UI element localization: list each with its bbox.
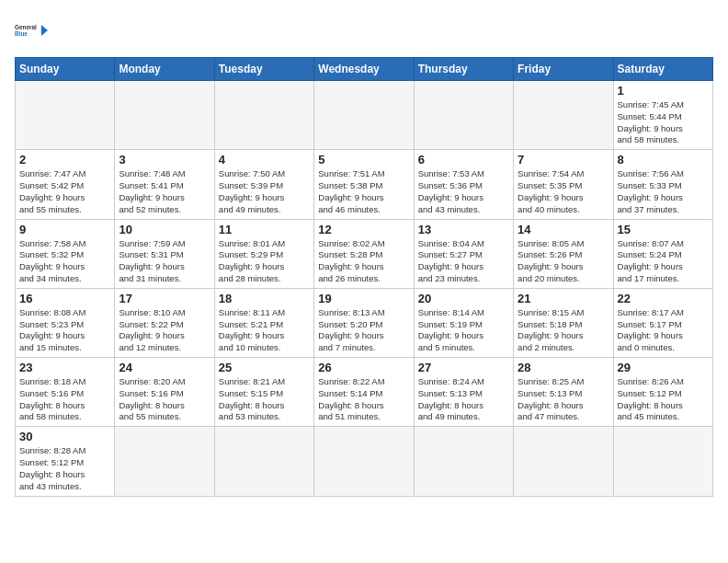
calendar-cell [214, 427, 313, 496]
calendar-cell [314, 427, 414, 496]
calendar-cell: 7Sunrise: 7:54 AM Sunset: 5:35 PM Daylig… [514, 150, 613, 219]
day-number: 2 [19, 153, 110, 167]
calendar-cell: 15Sunrise: 8:07 AM Sunset: 5:24 PM Dayli… [613, 219, 712, 288]
calendar-cell: 17Sunrise: 8:10 AM Sunset: 5:22 PM Dayli… [115, 288, 214, 357]
day-info: Sunrise: 8:28 AM Sunset: 5:12 PM Dayligh… [19, 445, 110, 492]
day-info: Sunrise: 7:50 AM Sunset: 5:39 PM Dayligh… [219, 168, 310, 215]
calendar-cell [214, 81, 313, 150]
calendar-cell: 19Sunrise: 8:13 AM Sunset: 5:20 PM Dayli… [314, 288, 414, 357]
weekday-header-sunday: Sunday [16, 58, 115, 81]
day-info: Sunrise: 8:08 AM Sunset: 5:23 PM Dayligh… [19, 307, 110, 354]
day-number: 21 [518, 292, 609, 305]
day-number: 13 [418, 223, 509, 236]
day-info: Sunrise: 7:45 AM Sunset: 5:44 PM Dayligh… [618, 99, 709, 146]
calendar-cell [613, 427, 712, 496]
day-number: 28 [518, 361, 609, 374]
day-number: 9 [19, 223, 110, 236]
svg-text:Blue: Blue [15, 30, 28, 37]
day-info: Sunrise: 7:58 AM Sunset: 5:32 PM Dayligh… [19, 238, 110, 285]
day-number: 27 [418, 361, 509, 374]
day-number: 17 [119, 292, 210, 305]
day-number: 7 [518, 153, 609, 167]
calendar-week-row: 23Sunrise: 8:18 AM Sunset: 5:16 PM Dayli… [16, 358, 713, 427]
day-number: 11 [219, 223, 310, 236]
svg-marker-2 [41, 25, 48, 36]
day-info: Sunrise: 8:05 AM Sunset: 5:26 PM Dayligh… [518, 238, 609, 285]
day-info: Sunrise: 7:59 AM Sunset: 5:31 PM Dayligh… [119, 238, 210, 285]
day-number: 10 [119, 223, 210, 236]
calendar-cell [414, 427, 513, 496]
day-number: 5 [318, 153, 409, 167]
day-info: Sunrise: 7:48 AM Sunset: 5:41 PM Dayligh… [119, 168, 210, 215]
calendar-cell: 16Sunrise: 8:08 AM Sunset: 5:23 PM Dayli… [16, 288, 115, 357]
day-info: Sunrise: 7:53 AM Sunset: 5:36 PM Dayligh… [418, 168, 509, 215]
calendar-week-row: 1Sunrise: 7:45 AM Sunset: 5:44 PM Daylig… [16, 81, 713, 150]
day-number: 16 [19, 292, 110, 305]
day-number: 4 [219, 153, 310, 167]
day-info: Sunrise: 7:47 AM Sunset: 5:42 PM Dayligh… [19, 168, 110, 215]
calendar-week-row: 30Sunrise: 8:28 AM Sunset: 5:12 PM Dayli… [16, 427, 713, 496]
day-info: Sunrise: 8:17 AM Sunset: 5:17 PM Dayligh… [618, 307, 709, 354]
day-number: 14 [518, 223, 609, 236]
calendar-cell: 22Sunrise: 8:17 AM Sunset: 5:17 PM Dayli… [613, 288, 712, 357]
calendar-cell: 26Sunrise: 8:22 AM Sunset: 5:14 PM Dayli… [314, 358, 414, 427]
day-number: 22 [618, 292, 709, 305]
weekday-header-thursday: Thursday [414, 58, 513, 81]
day-info: Sunrise: 7:56 AM Sunset: 5:33 PM Dayligh… [618, 168, 709, 215]
logo: GeneralBlue [15, 15, 48, 48]
day-info: Sunrise: 8:24 AM Sunset: 5:13 PM Dayligh… [418, 376, 509, 423]
day-info: Sunrise: 8:21 AM Sunset: 5:15 PM Dayligh… [219, 376, 310, 423]
calendar-cell: 30Sunrise: 8:28 AM Sunset: 5:12 PM Dayli… [16, 427, 115, 496]
day-number: 29 [618, 361, 709, 374]
calendar-cell: 2Sunrise: 7:47 AM Sunset: 5:42 PM Daylig… [16, 150, 115, 219]
calendar-cell: 6Sunrise: 7:53 AM Sunset: 5:36 PM Daylig… [414, 150, 513, 219]
day-number: 3 [119, 153, 210, 167]
day-info: Sunrise: 8:04 AM Sunset: 5:27 PM Dayligh… [418, 238, 509, 285]
day-info: Sunrise: 8:11 AM Sunset: 5:21 PM Dayligh… [219, 307, 310, 354]
calendar-cell [514, 427, 613, 496]
calendar-cell: 14Sunrise: 8:05 AM Sunset: 5:26 PM Dayli… [514, 219, 613, 288]
day-info: Sunrise: 8:26 AM Sunset: 5:12 PM Dayligh… [618, 376, 709, 423]
day-info: Sunrise: 8:20 AM Sunset: 5:16 PM Dayligh… [119, 376, 210, 423]
calendar-cell: 8Sunrise: 7:56 AM Sunset: 5:33 PM Daylig… [613, 150, 712, 219]
day-number: 18 [219, 292, 310, 305]
day-info: Sunrise: 8:25 AM Sunset: 5:13 PM Dayligh… [518, 376, 609, 423]
calendar-cell: 5Sunrise: 7:51 AM Sunset: 5:38 PM Daylig… [314, 150, 414, 219]
day-info: Sunrise: 7:51 AM Sunset: 5:38 PM Dayligh… [318, 168, 409, 215]
calendar-cell [115, 81, 214, 150]
day-number: 8 [618, 153, 709, 167]
weekday-header-row: SundayMondayTuesdayWednesdayThursdayFrid… [16, 58, 713, 81]
day-number: 6 [418, 153, 509, 167]
calendar-table: SundayMondayTuesdayWednesdayThursdayFrid… [15, 57, 713, 497]
day-number: 19 [318, 292, 409, 305]
day-info: Sunrise: 8:18 AM Sunset: 5:16 PM Dayligh… [19, 376, 110, 423]
calendar-cell: 20Sunrise: 8:14 AM Sunset: 5:19 PM Dayli… [414, 288, 513, 357]
svg-text:General: General [15, 24, 37, 30]
calendar-week-row: 9Sunrise: 7:58 AM Sunset: 5:32 PM Daylig… [16, 219, 713, 288]
day-number: 12 [318, 223, 409, 236]
day-number: 24 [119, 361, 210, 374]
day-info: Sunrise: 8:15 AM Sunset: 5:18 PM Dayligh… [518, 307, 609, 354]
calendar-cell: 23Sunrise: 8:18 AM Sunset: 5:16 PM Dayli… [16, 358, 115, 427]
weekday-header-saturday: Saturday [613, 58, 712, 81]
calendar-cell: 10Sunrise: 7:59 AM Sunset: 5:31 PM Dayli… [115, 219, 214, 288]
day-info: Sunrise: 8:22 AM Sunset: 5:14 PM Dayligh… [318, 376, 409, 423]
calendar-cell: 24Sunrise: 8:20 AM Sunset: 5:16 PM Dayli… [115, 358, 214, 427]
calendar-cell: 29Sunrise: 8:26 AM Sunset: 5:12 PM Dayli… [613, 358, 712, 427]
day-number: 30 [19, 430, 110, 443]
calendar-cell: 12Sunrise: 8:02 AM Sunset: 5:28 PM Dayli… [314, 219, 414, 288]
calendar-cell: 9Sunrise: 7:58 AM Sunset: 5:32 PM Daylig… [16, 219, 115, 288]
day-number: 1 [618, 84, 709, 98]
calendar-cell: 3Sunrise: 7:48 AM Sunset: 5:41 PM Daylig… [115, 150, 214, 219]
weekday-header-tuesday: Tuesday [214, 58, 313, 81]
page-header: GeneralBlue [15, 15, 713, 48]
day-info: Sunrise: 8:07 AM Sunset: 5:24 PM Dayligh… [618, 238, 709, 285]
calendar-cell: 11Sunrise: 8:01 AM Sunset: 5:29 PM Dayli… [214, 219, 313, 288]
day-info: Sunrise: 8:10 AM Sunset: 5:22 PM Dayligh… [119, 307, 210, 354]
calendar-cell: 21Sunrise: 8:15 AM Sunset: 5:18 PM Dayli… [514, 288, 613, 357]
logo-icon: GeneralBlue [15, 15, 48, 48]
day-info: Sunrise: 7:54 AM Sunset: 5:35 PM Dayligh… [518, 168, 609, 215]
day-info: Sunrise: 8:02 AM Sunset: 5:28 PM Dayligh… [318, 238, 409, 285]
day-number: 15 [618, 223, 709, 236]
calendar-cell: 25Sunrise: 8:21 AM Sunset: 5:15 PM Dayli… [214, 358, 313, 427]
